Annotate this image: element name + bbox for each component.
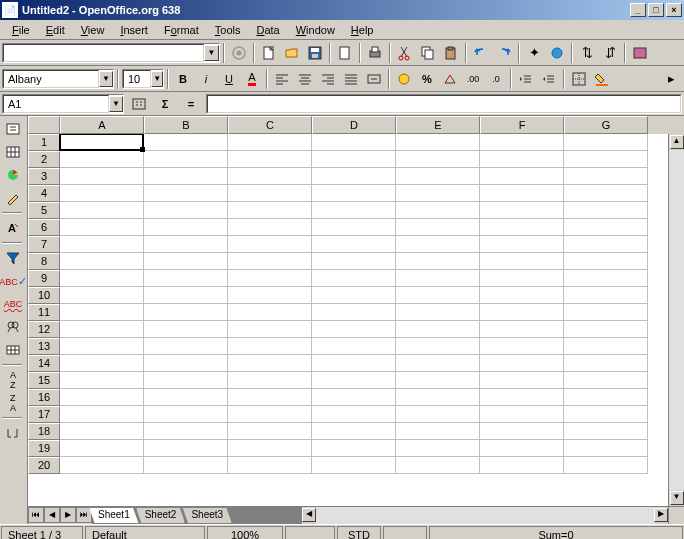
scroll-right-button[interactable]: ▶ xyxy=(654,508,668,522)
row-header-11[interactable]: 11 xyxy=(28,304,60,321)
row-header-17[interactable]: 17 xyxy=(28,406,60,423)
sort-za-icon[interactable]: ZA xyxy=(2,392,24,414)
decrease-indent-button[interactable] xyxy=(515,68,537,90)
scroll-down-button[interactable]: ▼ xyxy=(670,491,684,505)
status-zoom[interactable]: 100% xyxy=(207,526,283,539)
align-left-button[interactable] xyxy=(271,68,293,90)
cell[interactable] xyxy=(144,287,228,304)
row-header-1[interactable]: 1 xyxy=(28,134,60,151)
cell[interactable] xyxy=(144,168,228,185)
cell[interactable] xyxy=(480,338,564,355)
italic-button[interactable]: i xyxy=(195,68,217,90)
font-name-input[interactable] xyxy=(4,71,98,87)
cell[interactable] xyxy=(396,304,480,321)
menu-data[interactable]: Data xyxy=(248,22,287,38)
cell[interactable] xyxy=(564,423,648,440)
cell[interactable] xyxy=(396,287,480,304)
currency-button[interactable] xyxy=(393,68,415,90)
cell[interactable] xyxy=(480,151,564,168)
cell[interactable] xyxy=(60,253,144,270)
url-input[interactable] xyxy=(4,45,203,61)
cell[interactable] xyxy=(480,321,564,338)
cell[interactable] xyxy=(228,236,312,253)
cell[interactable] xyxy=(312,134,396,151)
autofilter-icon[interactable] xyxy=(2,247,24,269)
cell[interactable] xyxy=(60,151,144,168)
cell[interactable] xyxy=(480,440,564,457)
row-header-8[interactable]: 8 xyxy=(28,253,60,270)
cell[interactable] xyxy=(312,219,396,236)
cell[interactable] xyxy=(312,423,396,440)
cell[interactable] xyxy=(480,236,564,253)
cut-icon[interactable] xyxy=(394,42,416,64)
delete-decimal-button[interactable]: .0 xyxy=(485,68,507,90)
cell[interactable] xyxy=(60,389,144,406)
merge-cells-button[interactable] xyxy=(363,68,385,90)
draw-icon[interactable] xyxy=(2,187,24,209)
font-color-button[interactable]: A xyxy=(241,68,263,90)
cell[interactable] xyxy=(312,406,396,423)
save-icon[interactable] xyxy=(304,42,326,64)
cell[interactable] xyxy=(228,202,312,219)
vertical-scrollbar[interactable]: ▲ ▼ xyxy=(668,134,684,506)
horizontal-scroll-track[interactable] xyxy=(316,507,654,524)
cell[interactable] xyxy=(144,321,228,338)
column-header-D[interactable]: D xyxy=(312,116,396,134)
cell[interactable] xyxy=(144,440,228,457)
cell[interactable] xyxy=(228,321,312,338)
cell[interactable] xyxy=(396,338,480,355)
standard-format-button[interactable] xyxy=(439,68,461,90)
copy-icon[interactable] xyxy=(417,42,439,64)
scroll-up-button[interactable]: ▲ xyxy=(670,135,684,149)
cell[interactable] xyxy=(144,338,228,355)
cell[interactable] xyxy=(228,270,312,287)
cell[interactable] xyxy=(144,151,228,168)
cell[interactable] xyxy=(564,389,648,406)
add-decimal-button[interactable]: .00 xyxy=(462,68,484,90)
row-header-5[interactable]: 5 xyxy=(28,202,60,219)
row-header-16[interactable]: 16 xyxy=(28,389,60,406)
cell[interactable] xyxy=(312,338,396,355)
cell[interactable] xyxy=(396,321,480,338)
cell[interactable] xyxy=(228,134,312,151)
cell[interactable] xyxy=(60,185,144,202)
cell[interactable] xyxy=(564,372,648,389)
cell[interactable] xyxy=(564,253,648,270)
cell[interactable] xyxy=(60,304,144,321)
cell[interactable] xyxy=(228,457,312,474)
cell[interactable] xyxy=(144,304,228,321)
row-header-15[interactable]: 15 xyxy=(28,372,60,389)
row-header-3[interactable]: 3 xyxy=(28,168,60,185)
font-name-combo[interactable]: ▼ xyxy=(2,69,114,89)
cell[interactable] xyxy=(480,202,564,219)
chart-icon[interactable] xyxy=(2,164,24,186)
menu-insert[interactable]: Insert xyxy=(112,22,156,38)
select-all-corner[interactable] xyxy=(28,116,60,134)
cell[interactable] xyxy=(228,151,312,168)
cell[interactable] xyxy=(564,321,648,338)
row-header-18[interactable]: 18 xyxy=(28,423,60,440)
cell[interactable] xyxy=(60,423,144,440)
cell[interactable] xyxy=(60,202,144,219)
auto-spellcheck-icon[interactable]: ABC xyxy=(2,293,24,315)
cell[interactable] xyxy=(312,151,396,168)
cell[interactable] xyxy=(564,355,648,372)
cell[interactable] xyxy=(312,185,396,202)
cell[interactable] xyxy=(60,287,144,304)
column-header-F[interactable]: F xyxy=(480,116,564,134)
row-header-20[interactable]: 20 xyxy=(28,457,60,474)
cell[interactable] xyxy=(480,355,564,372)
cell[interactable] xyxy=(564,185,648,202)
sum-button[interactable]: Σ xyxy=(154,93,176,115)
cell[interactable] xyxy=(396,372,480,389)
status-sum[interactable]: Sum=0 xyxy=(429,526,683,539)
column-header-E[interactable]: E xyxy=(396,116,480,134)
sort-desc-icon[interactable]: ⇵ xyxy=(599,42,621,64)
horizontal-scrollbar[interactable]: ◀ ▶ xyxy=(302,507,668,524)
cell[interactable] xyxy=(228,372,312,389)
sort-asc-icon[interactable]: ⇅ xyxy=(576,42,598,64)
cell[interactable] xyxy=(144,406,228,423)
cell[interactable] xyxy=(312,287,396,304)
cell[interactable] xyxy=(564,287,648,304)
align-justify-button[interactable] xyxy=(340,68,362,90)
